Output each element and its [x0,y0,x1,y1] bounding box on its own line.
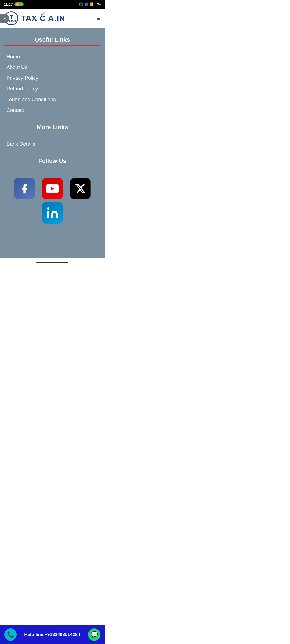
x-twitter-icon [74,183,86,195]
useful-links-divider [4,45,100,46]
useful-links-section: Useful Links Home About Us Privacy Polic… [0,36,105,124]
hamburger-icon: ≡ [96,14,100,22]
youtube-button[interactable] [42,178,63,199]
social-icons-row1 [0,173,105,202]
more-links-divider [4,133,100,133]
linkedin-icon [46,206,59,219]
checkmark-icon: ✓ [40,11,45,18]
follow-us-divider [4,167,100,167]
logo-wordmark: TAX ✓ C A.IN [21,14,65,23]
time: 11:27 [4,2,13,6]
follow-us-section: Follow Us [0,158,105,234]
linkedin-button[interactable] [42,202,63,224]
link-refund-policy[interactable]: Refund Policy [6,83,98,94]
floating-chat-button[interactable]: ··· [0,14,9,23]
status-bar: 11:27 📶 1 📳 🔵 📶 57% [0,0,105,9]
bluetooth-icon: 🔵 [84,2,88,6]
more-links-title: More Links [0,124,105,131]
home-indicator-bar [36,262,68,263]
logo-x-letter: ✓ C [40,14,46,23]
link-about-us[interactable]: About Us [6,62,98,73]
main-content: Useful Links Home About Us Privacy Polic… [0,28,105,258]
x-twitter-button[interactable] [70,178,91,199]
social-icons-row2 [0,202,105,226]
chat-dots-icon: ··· [3,16,6,20]
hamburger-menu-button[interactable]: ≡ [96,15,100,22]
useful-links-list: Home About Us Privacy Policy Refund Poli… [0,51,105,116]
more-links-section: More Links Bank Details [0,124,105,158]
follow-us-title: Follow Us [0,158,105,164]
vibrate-icon: 📳 [79,2,83,6]
facebook-icon [19,183,30,195]
header: ··· T TAXCA.IN TAX ✓ C A.IN ≡ [0,9,105,28]
logo-t-letter: T [10,14,13,20]
signal-icon: 📶 [89,2,93,6]
wifi-badge: 📶 1 [14,2,24,6]
svg-rect-1 [47,211,49,218]
logo-area: T TAXCA.IN TAX ✓ C A.IN [4,11,65,25]
youtube-icon [45,182,59,196]
link-terms-conditions[interactable]: Terms and Conditions [6,94,98,105]
svg-point-2 [47,207,49,210]
link-bank-details[interactable]: Bank Details [6,139,98,149]
status-left: 11:27 📶 1 [4,2,24,6]
bottom-nav-indicator [0,258,105,266]
battery-text: 57% [95,2,101,6]
link-privacy-policy[interactable]: Privacy Policy [6,73,98,83]
status-right: 📳 🔵 📶 57% [79,2,101,6]
facebook-button[interactable] [14,178,35,199]
link-contact[interactable]: Contact [6,105,98,116]
footer-spacer [0,234,105,253]
useful-links-title: Useful Links [0,36,105,43]
more-links-list: Bank Details [0,139,105,149]
link-home[interactable]: Home [6,51,98,62]
